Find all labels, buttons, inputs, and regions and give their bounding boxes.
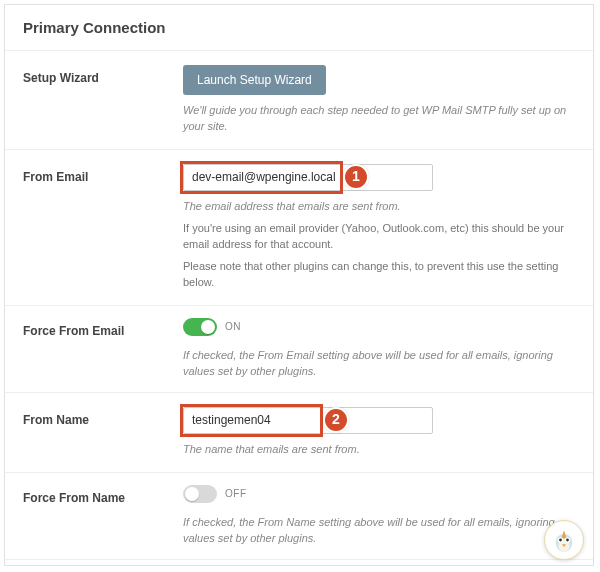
force-from-email-help: If checked, the From Email setting above…	[183, 348, 577, 380]
from-email-input[interactable]	[183, 164, 433, 191]
force-from-email-state: ON	[225, 319, 241, 334]
row-from-email: From Email 1 The email address that emai…	[5, 149, 593, 305]
from-name-help: The name that emails are sent from.	[183, 442, 577, 458]
force-from-name-state: OFF	[225, 486, 247, 501]
setup-wizard-help: We'll guide you through each step needed…	[183, 103, 577, 135]
row-force-from-name: Force From Name OFF If checked, the From…	[5, 472, 593, 559]
from-email-help-2: If you're using an email provider (Yahoo…	[183, 221, 577, 253]
row-from-name: From Name 2 The name that emails are sen…	[5, 392, 593, 472]
section-title: Primary Connection	[5, 5, 593, 50]
toggle-track	[183, 318, 217, 336]
setup-wizard-label: Setup Wizard	[23, 65, 183, 85]
force-from-name-label: Force From Name	[23, 485, 183, 505]
from-email-help-3: Please note that other plugins can chang…	[183, 259, 577, 291]
svg-point-4	[559, 539, 562, 542]
from-name-input[interactable]	[183, 407, 433, 434]
from-email-label: From Email	[23, 164, 183, 184]
row-return-path: Return Path OFF Return Path indicates wh…	[5, 559, 593, 572]
row-setup-wizard: Setup Wizard Launch Setup Wizard We'll g…	[5, 50, 593, 149]
force-from-email-label: Force From Email	[23, 318, 183, 338]
from-name-label: From Name	[23, 407, 183, 427]
row-force-from-email: Force From Email ON If checked, the From…	[5, 305, 593, 392]
toggle-knob	[201, 320, 215, 334]
force-from-name-toggle[interactable]: OFF	[183, 485, 247, 503]
settings-panel: Primary Connection Setup Wizard Launch S…	[4, 4, 594, 566]
bird-icon	[550, 526, 578, 554]
launch-setup-wizard-button[interactable]: Launch Setup Wizard	[183, 65, 326, 95]
toggle-track	[183, 485, 217, 503]
from-email-help-1: The email address that emails are sent f…	[183, 199, 577, 215]
force-from-name-help: If checked, the From Name setting above …	[183, 515, 577, 547]
mascot-avatar[interactable]	[544, 520, 584, 560]
toggle-knob	[185, 487, 199, 501]
svg-point-5	[566, 539, 569, 542]
force-from-email-toggle[interactable]: ON	[183, 318, 241, 336]
